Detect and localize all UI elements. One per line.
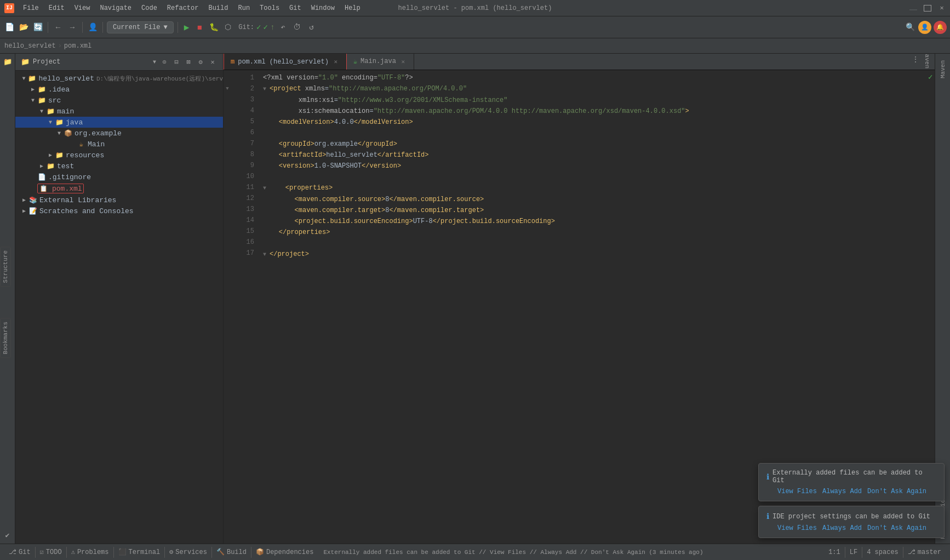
main-folder-icon: 📁 (46, 107, 55, 116)
notif2-icon: ℹ (766, 512, 769, 521)
status-services-section[interactable]: ⚙ Services (165, 544, 211, 560)
menu-file[interactable]: File (19, 3, 43, 13)
project-panel-icon[interactable]: 📁 (2, 56, 14, 68)
tree-item-external-libs[interactable]: ▶ 📚 External Libraries (15, 195, 223, 205)
tree-item-gitignore[interactable]: ▶ 📄 .gitignore (15, 172, 223, 182)
tree-item-scratches[interactable]: ▶ 📝 Scratches and Consoles (15, 205, 223, 216)
tree-label-external-libs: External Libraries (39, 196, 116, 204)
maven-tab-label[interactable]: Maven (922, 54, 932, 70)
git-arrow-icon[interactable]: ↑ (270, 23, 274, 32)
new-file-icon[interactable]: 📄 (3, 21, 15, 33)
menu-window[interactable]: Window (307, 3, 339, 13)
tree-item-main-java[interactable]: ▶ ☕ Main (15, 139, 223, 150)
git-check1-icon[interactable]: ✓ (256, 22, 261, 32)
minimize-button[interactable] (909, 9, 917, 10)
git-refresh-icon[interactable]: ↶ (277, 21, 289, 33)
menu-refactor[interactable]: Refactor (163, 3, 203, 13)
status-build-section[interactable]: 🔨 Build (212, 544, 251, 560)
fold-arrow-project[interactable]: ▼ (224, 83, 231, 94)
notif1-view-files[interactable]: View Files (777, 488, 817, 495)
debug-icon[interactable]: 🐛 (208, 21, 220, 33)
status-todo-section[interactable]: ☑ TODO (36, 544, 66, 560)
notif2-view-files[interactable]: View Files (777, 524, 817, 532)
git-check2-icon[interactable]: ✓ (264, 22, 268, 32)
close-button[interactable]: ✕ (938, 4, 946, 12)
locate-file-icon[interactable]: ⊙ (159, 57, 169, 67)
tree-item-pom-xml[interactable]: ▶ 📋 pom.xml (15, 182, 223, 195)
tree-item-src[interactable]: ▼ 📁 src (15, 95, 223, 106)
tree-item-test[interactable]: ▶ 📁 test (15, 161, 223, 172)
code-line-1: <?xml version="1.0" encoding="UTF-8"?> (259, 72, 927, 83)
sidebar-folder-icon: 📁 (21, 58, 30, 66)
tab-pom-xml[interactable]: m pom.xml (hello_servlet) ✕ (224, 54, 347, 70)
pom-tab-close[interactable]: ✕ (332, 58, 340, 66)
git-clock-icon[interactable]: ⏱ (291, 21, 303, 33)
gear-icon[interactable]: ⚙ (196, 57, 205, 67)
filter-icon[interactable]: ⊠ (184, 57, 193, 67)
commit-icon[interactable]: 👤 (87, 21, 99, 33)
tree-item-resources[interactable]: ▶ 📁 resources (15, 150, 223, 161)
status-spaces[interactable]: 4 spaces (862, 548, 903, 556)
collapse-icon[interactable]: ⊟ (171, 57, 181, 67)
notif2-links: View Files Always Add Don't Ask Again (766, 524, 936, 532)
stop-icon[interactable]: ◼ (193, 21, 205, 33)
user-avatar[interactable]: 👤 (918, 21, 931, 34)
commit-panel-icon[interactable]: ✔ (2, 529, 14, 541)
status-lf[interactable]: LF (845, 548, 862, 556)
notif2-always-add[interactable]: Always Add (822, 524, 862, 532)
open-icon[interactable]: 📂 (18, 21, 30, 33)
src-folder-icon: 📁 (37, 96, 46, 105)
git-undo-icon[interactable]: ↺ (305, 21, 317, 33)
status-dependencies-section[interactable]: 📦 Dependencies (251, 544, 318, 560)
build-label: Build (227, 548, 247, 556)
notifications-icon[interactable]: 🔔 (934, 21, 947, 34)
menu-build[interactable]: Build (204, 3, 232, 13)
menu-navigate[interactable]: Navigate (95, 3, 136, 13)
sidebar-dropdown-icon[interactable]: ▼ (153, 59, 156, 65)
status-terminal-section[interactable]: ⬛ Terminal (114, 544, 165, 560)
status-git-section[interactable]: ⎇ Git (4, 544, 35, 560)
back-icon[interactable]: ← (52, 21, 64, 33)
notif1-dont-ask[interactable]: Don't Ask Again (867, 488, 926, 495)
tree-item-idea[interactable]: ▶ 📁 .idea (15, 84, 223, 95)
status-branch[interactable]: ⎇ master (903, 548, 946, 556)
status-problems-section[interactable]: ⚠ Problems (67, 544, 113, 560)
tree-label-test: test (57, 162, 74, 170)
tree-item-main[interactable]: ▼ 📁 main (15, 106, 223, 117)
tree-item-hello-servlet[interactable]: ▼ 📁 hello_servlet D:\编程专用\java-warehouse… (15, 73, 223, 84)
branch-icon: ⎇ (908, 548, 915, 556)
notif1-always-add[interactable]: Always Add (822, 488, 862, 495)
tree-arrow-main: ▼ (37, 107, 46, 116)
forward-icon[interactable]: → (66, 21, 78, 33)
current-file-button[interactable]: Current File ▼ (107, 21, 174, 33)
menu-git[interactable]: Git (285, 3, 306, 13)
maven-panel-label[interactable]: Maven (938, 56, 947, 83)
menu-help[interactable]: Help (340, 3, 365, 13)
run-button[interactable]: ▶ (182, 21, 192, 34)
structure-label[interactable]: Structure (0, 247, 11, 287)
tree-label-java: java (66, 118, 83, 127)
main-tab-close[interactable]: ✕ (399, 58, 407, 65)
sidebar: 📁 Project ▼ ⊙ ⊟ ⊠ ⚙ ✕ ▼ 📁 hello_servlet … (15, 54, 224, 544)
tree-item-org-example[interactable]: ▼ 📦 org.example (15, 128, 223, 139)
menu-run[interactable]: Run (233, 3, 254, 13)
sync-icon[interactable]: 🔄 (32, 21, 44, 33)
notif2-dont-ask[interactable]: Don't Ask Again (867, 524, 926, 532)
menu-view[interactable]: View (70, 3, 95, 13)
bookmarks-label[interactable]: Bookmarks (0, 318, 11, 358)
search-icon[interactable]: 🔍 (904, 21, 916, 33)
pom-xml-highlight-box: 📋 pom.xml (37, 184, 84, 193)
coverage-icon[interactable]: ⬡ (222, 21, 234, 33)
status-position[interactable]: 1:1 (824, 548, 845, 556)
menu-edit[interactable]: Edit (44, 3, 69, 13)
tab-main-java[interactable]: ☕ Main.java ✕ (347, 54, 414, 70)
breadcrumb-project[interactable]: hello_servlet (4, 42, 56, 50)
maximize-button[interactable] (924, 5, 931, 12)
recent-files-icon[interactable]: ⋮ (909, 54, 922, 65)
tree-item-java[interactable]: ▼ 📁 java (15, 117, 223, 128)
menu-code[interactable]: Code (137, 3, 162, 13)
hide-icon[interactable]: ✕ (208, 57, 218, 67)
menu-tools[interactable]: Tools (255, 3, 284, 13)
code-line-4: xsi:schemaLocation="http://maven.apache.… (259, 106, 927, 117)
breadcrumb-file[interactable]: pom.xml (64, 42, 91, 50)
